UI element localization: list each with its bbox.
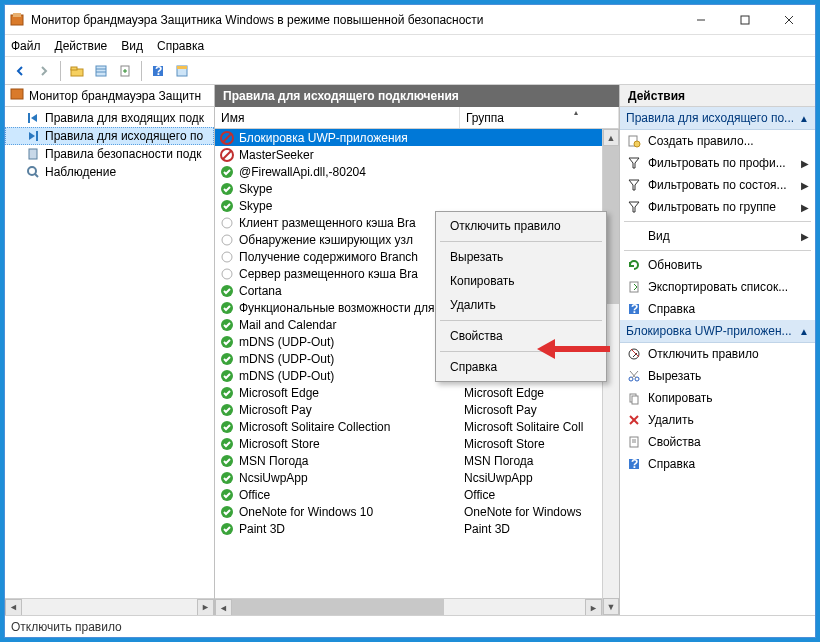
actions-header: Действия bbox=[620, 85, 815, 107]
panel-button[interactable] bbox=[171, 60, 193, 82]
action-filter-group[interactable]: Фильтровать по группе▶ bbox=[620, 196, 815, 218]
menu-view[interactable]: Вид bbox=[121, 39, 143, 53]
scroll-down-button[interactable]: ▼ bbox=[603, 598, 619, 615]
scroll-left-button[interactable]: ◄ bbox=[215, 599, 232, 615]
rule-row[interactable]: Paint 3DPaint 3D bbox=[215, 520, 602, 537]
action-properties[interactable]: Свойства bbox=[620, 431, 815, 453]
rule-status-icon bbox=[219, 232, 235, 248]
action-disable-rule[interactable]: Отключить правило bbox=[620, 343, 815, 365]
scroll-up-button[interactable]: ▲ bbox=[603, 129, 619, 146]
col-group[interactable]: Группа▴ bbox=[460, 107, 619, 128]
collapse-icon[interactable]: ▲ bbox=[799, 113, 809, 124]
actions-section-selected[interactable]: Блокировка UWP-приложен...▲ bbox=[620, 320, 815, 343]
rule-status-icon bbox=[219, 266, 235, 282]
svg-point-49 bbox=[634, 141, 640, 147]
cm-copy[interactable]: Копировать bbox=[438, 269, 604, 293]
maximize-button[interactable] bbox=[723, 6, 767, 34]
action-filter-profile[interactable]: Фильтровать по профи...▶ bbox=[620, 152, 815, 174]
filter-icon bbox=[626, 177, 642, 193]
filter-icon bbox=[626, 199, 642, 215]
rule-row[interactable]: Microsoft StoreMicrosoft Store bbox=[215, 435, 602, 452]
rule-row[interactable]: NcsiUwpAppNcsiUwpApp bbox=[215, 469, 602, 486]
rule-row[interactable]: OneNote for Windows 10OneNote for Window… bbox=[215, 503, 602, 520]
back-button[interactable] bbox=[9, 60, 31, 82]
tree-hscroll[interactable]: ◄ ► bbox=[5, 598, 214, 615]
menu-file[interactable]: Файл bbox=[11, 39, 41, 53]
disable-icon bbox=[626, 346, 642, 362]
rule-row[interactable]: Skype bbox=[215, 180, 602, 197]
rule-row[interactable]: Microsoft Solitaire CollectionMicrosoft … bbox=[215, 418, 602, 435]
rule-row[interactable]: Блокировка UWP-приложения bbox=[215, 129, 602, 146]
rule-name: Обнаружение кэширующих узл bbox=[239, 233, 413, 247]
svg-point-20 bbox=[28, 167, 36, 175]
rule-name: @FirewallApi.dll,-80204 bbox=[239, 165, 366, 179]
rule-status-icon bbox=[219, 300, 235, 316]
rule-group: Microsoft Store bbox=[460, 437, 602, 451]
rule-status-icon bbox=[219, 453, 235, 469]
action-view[interactable]: Вид▶ bbox=[620, 225, 815, 247]
tree-security[interactable]: Правила безопасности подк bbox=[5, 145, 214, 163]
action-refresh[interactable]: Обновить bbox=[620, 254, 815, 276]
cm-delete[interactable]: Удалить bbox=[438, 293, 604, 317]
scroll-right-button[interactable]: ► bbox=[197, 599, 214, 616]
action-delete[interactable]: Удалить bbox=[620, 409, 815, 431]
export-button[interactable] bbox=[114, 60, 136, 82]
cm-cut[interactable]: Вырезать bbox=[438, 245, 604, 269]
rule-group: OneNote for Windows bbox=[460, 505, 602, 519]
close-button[interactable] bbox=[767, 6, 811, 34]
scroll-right-button[interactable]: ► bbox=[585, 599, 602, 615]
folder-button[interactable] bbox=[66, 60, 88, 82]
action-export[interactable]: Экспортировать список... bbox=[620, 276, 815, 298]
rule-row[interactable]: Microsoft EdgeMicrosoft Edge bbox=[215, 384, 602, 401]
scroll-left-button[interactable]: ◄ bbox=[5, 599, 22, 616]
svg-text:?: ? bbox=[631, 457, 638, 471]
rule-status-icon bbox=[219, 215, 235, 231]
rule-status-icon bbox=[219, 147, 235, 163]
menu-action[interactable]: Действие bbox=[55, 39, 108, 53]
rule-row[interactable]: OfficeOffice bbox=[215, 486, 602, 503]
tree-root[interactable]: Монитор брандмауэра Защитн bbox=[5, 85, 214, 107]
rule-status-icon bbox=[219, 487, 235, 503]
cm-disable[interactable]: Отключить правило bbox=[438, 214, 604, 238]
action-filter-state[interactable]: Фильтровать по состоя...▶ bbox=[620, 174, 815, 196]
svg-point-31 bbox=[222, 252, 232, 262]
rule-status-icon bbox=[219, 368, 235, 384]
action-help1[interactable]: ? Справка bbox=[620, 298, 815, 320]
svg-rect-1 bbox=[13, 13, 21, 17]
svg-point-29 bbox=[222, 218, 232, 228]
rule-row[interactable]: MSN ПогодаMSN Погода bbox=[215, 452, 602, 469]
menubar: Файл Действие Вид Справка bbox=[5, 35, 815, 57]
rule-row[interactable]: @FirewallApi.dll,-80204 bbox=[215, 163, 602, 180]
center-hscroll[interactable]: ◄ ► bbox=[215, 598, 602, 615]
actions-section-outbound[interactable]: Правила для исходящего по...▲ bbox=[620, 107, 815, 130]
cm-help[interactable]: Справка bbox=[438, 355, 604, 379]
tree-monitoring[interactable]: Наблюдение bbox=[5, 163, 214, 181]
cm-properties[interactable]: Свойства bbox=[438, 324, 604, 348]
hscroll-thumb[interactable] bbox=[232, 599, 444, 615]
rule-name: MasterSeeker bbox=[239, 148, 314, 162]
help-button[interactable]: ? bbox=[147, 60, 169, 82]
rule-row[interactable]: MasterSeeker bbox=[215, 146, 602, 163]
action-help2[interactable]: ? Справка bbox=[620, 453, 815, 475]
forward-button[interactable] bbox=[33, 60, 55, 82]
col-name[interactable]: Имя bbox=[215, 107, 460, 128]
action-new-rule[interactable]: Создать правило... bbox=[620, 130, 815, 152]
center-header: Правила для исходящего подключения bbox=[215, 85, 619, 107]
rule-row[interactable]: Microsoft PayMicrosoft Pay bbox=[215, 401, 602, 418]
properties-icon bbox=[626, 434, 642, 450]
rule-group: Office bbox=[460, 488, 602, 502]
rule-status-icon bbox=[219, 317, 235, 333]
action-copy[interactable]: Копировать bbox=[620, 387, 815, 409]
app-icon bbox=[9, 12, 25, 28]
inbound-icon bbox=[25, 110, 41, 126]
action-cut[interactable]: Вырезать bbox=[620, 365, 815, 387]
list-button[interactable] bbox=[90, 60, 112, 82]
context-menu: Отключить правило Вырезать Копировать Уд… bbox=[435, 211, 607, 382]
tree-inbound[interactable]: Правила для входящих подк bbox=[5, 109, 214, 127]
collapse-icon[interactable]: ▲ bbox=[799, 326, 809, 337]
rule-name: Сервер размещенного кэша Bra bbox=[239, 267, 418, 281]
tree-outbound[interactable]: Правила для исходящего по bbox=[5, 127, 214, 145]
minimize-button[interactable] bbox=[679, 6, 723, 34]
menu-help[interactable]: Справка bbox=[157, 39, 204, 53]
rule-status-icon bbox=[219, 334, 235, 350]
